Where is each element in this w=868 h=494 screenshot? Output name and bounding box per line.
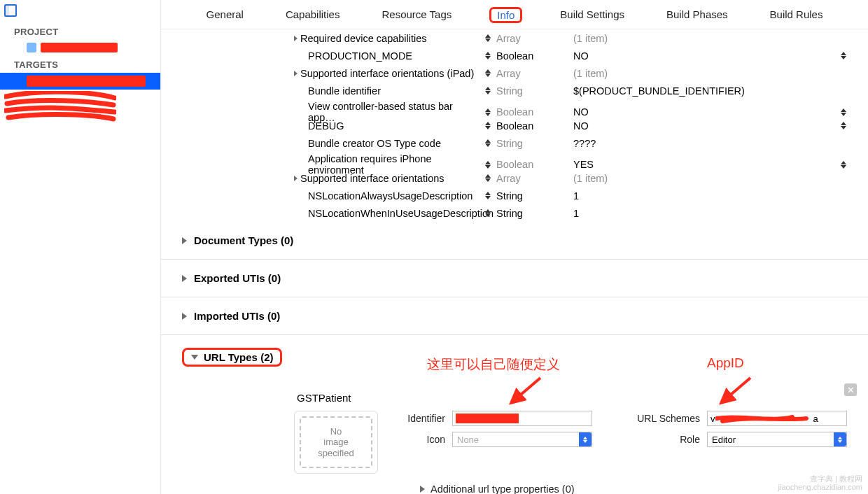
project-item[interactable] <box>0 40 160 55</box>
main-content: General Capabilities Resource Tags Info … <box>161 0 868 494</box>
plist-row[interactable]: Bundle creator OS Type codeString???? <box>161 134 868 152</box>
section-document-types[interactable]: Document Types (0) <box>161 222 868 260</box>
plist-type: String <box>496 208 573 219</box>
icon-select[interactable]: None <box>452 432 592 447</box>
arrow-icon <box>714 375 756 410</box>
plist-key-label: DEBUG <box>308 120 344 132</box>
plist-table: Required device capabilitiesArray(1 item… <box>161 29 868 222</box>
chevron-right-icon[interactable] <box>294 36 298 41</box>
stepper-icon[interactable] <box>833 122 854 129</box>
plist-type: Array <box>496 68 573 79</box>
chevron-right-icon[interactable] <box>294 176 298 181</box>
section-title: URL Types (2) <box>204 351 273 363</box>
tab-general[interactable]: General <box>202 7 248 23</box>
url-type-item: GSTPatient Noimagespecified Identifier I… <box>294 392 847 494</box>
plist-row[interactable]: View controller-based status bar app…Boo… <box>161 99 868 117</box>
content-scroll[interactable]: Required device capabilitiesArray(1 item… <box>161 29 868 494</box>
stepper-icon[interactable] <box>479 69 496 77</box>
plist-value[interactable]: 1 <box>573 190 833 202</box>
stepper-icon[interactable] <box>833 52 854 59</box>
plist-value[interactable]: $(PRODUCT_BUNDLE_IDENTIFIER) <box>573 85 833 97</box>
plist-row[interactable]: NSLocationWhenInUseUsageDescriptionStrin… <box>161 204 868 222</box>
tab-info[interactable]: Info <box>489 7 522 23</box>
plist-value[interactable]: NO <box>573 120 833 132</box>
plist-type: Boolean <box>496 50 573 62</box>
stepper-icon[interactable] <box>479 122 496 129</box>
tab-resource-tags[interactable]: Resource Tags <box>377 7 456 23</box>
icon-label: Icon <box>395 434 445 445</box>
chevron-right-icon[interactable] <box>294 71 298 76</box>
close-icon[interactable]: ✕ <box>844 383 857 396</box>
section-title: Imported UTIs (0) <box>194 310 280 322</box>
plist-value[interactable]: (1 item) <box>573 173 833 184</box>
plist-row[interactable]: NSLocationAlwaysUsageDescriptionString1 <box>161 187 868 204</box>
chevron-right-icon <box>182 237 187 244</box>
select-value: None <box>457 435 479 445</box>
stepper-icon[interactable] <box>479 174 496 182</box>
schemes-role-fields: URL Schemes v a Role Editor <box>630 411 847 447</box>
stepper-icon[interactable] <box>479 139 496 147</box>
plist-row[interactable]: DEBUGBooleanNO <box>161 117 868 134</box>
plist-row[interactable]: Application requires iPhone environmentB… <box>161 152 868 169</box>
additional-url-props[interactable]: Additional url type properties (0) <box>294 474 847 494</box>
stepper-icon[interactable] <box>479 209 496 217</box>
identifier-input[interactable] <box>452 411 592 426</box>
sidebar: PROJECT TARGETS <box>0 0 161 494</box>
tab-bar: General Capabilities Resource Tags Info … <box>161 0 868 29</box>
navigator-toggle-icon[interactable] <box>4 4 17 17</box>
stepper-icon[interactable] <box>479 108 496 116</box>
redaction-block <box>27 76 146 87</box>
url-types-body: 这里可以自己随便定义 AppID ✕ GSTPatient Noimagespe… <box>161 379 868 494</box>
text-fragment: a <box>813 414 818 424</box>
section-exported-utis[interactable]: Exported UTIs (0) <box>161 260 868 297</box>
tab-capabilities[interactable]: Capabilities <box>281 7 344 23</box>
plist-value[interactable]: YES <box>573 159 833 170</box>
plist-type: Array <box>496 173 573 184</box>
image-well-placeholder: Noimagespecified <box>300 416 372 468</box>
plist-row[interactable]: Supported interface orientationsArray(1 … <box>161 169 868 187</box>
chevron-right-icon <box>420 486 425 493</box>
target-item[interactable] <box>0 73 160 90</box>
plist-type: Array <box>496 33 573 44</box>
chevron-right-icon <box>182 275 187 282</box>
url-schemes-label: URL Schemes <box>630 413 700 424</box>
role-label: Role <box>630 434 700 445</box>
stepper-icon[interactable] <box>479 161 496 169</box>
plist-row[interactable]: Required device capabilitiesArray(1 item… <box>161 29 868 47</box>
icon-image-well[interactable]: Noimagespecified <box>294 411 378 474</box>
redaction-block <box>456 414 519 423</box>
stepper-icon[interactable] <box>479 87 496 94</box>
section-imported-utis[interactable]: Imported UTIs (0) <box>161 297 868 335</box>
tab-build-settings[interactable]: Build Settings <box>556 7 629 23</box>
plist-row[interactable]: Supported interface orientations (iPad)A… <box>161 64 868 82</box>
redaction-scribble <box>4 91 116 122</box>
plist-row[interactable]: PRODUCTION_MODEBooleanNO <box>161 47 868 64</box>
stepper-icon[interactable] <box>479 34 496 42</box>
plist-value[interactable]: NO <box>573 106 833 118</box>
tab-build-phases[interactable]: Build Phases <box>662 7 732 23</box>
role-select[interactable]: Editor <box>707 432 847 447</box>
select-value: Editor <box>712 435 736 445</box>
plist-type: String <box>496 138 573 149</box>
plist-row[interactable]: Bundle identifierString$(PRODUCT_BUNDLE_… <box>161 82 868 99</box>
plist-type: String <box>496 190 573 202</box>
stepper-icon[interactable] <box>479 52 496 59</box>
plist-value[interactable]: NO <box>573 50 833 62</box>
plist-key-label: Supported interface orientations (iPad) <box>300 68 474 79</box>
url-type-name: GSTPatient <box>294 392 847 404</box>
stepper-icon[interactable] <box>479 192 496 199</box>
url-schemes-input[interactable]: v a <box>707 411 847 426</box>
tab-build-rules[interactable]: Build Rules <box>766 7 827 23</box>
stepper-icon[interactable] <box>833 108 854 116</box>
identifier-icon-fields: Identifier Icon None <box>395 411 592 447</box>
plist-value[interactable]: 1 <box>573 208 833 219</box>
plist-value[interactable]: ???? <box>573 138 833 149</box>
annotation-appid: AppID <box>707 355 744 371</box>
chevron-right-icon <box>182 313 187 320</box>
plist-key-label: Bundle creator OS Type code <box>308 138 441 149</box>
stepper-icon[interactable] <box>833 161 854 169</box>
plist-value[interactable]: (1 item) <box>573 33 833 44</box>
chevron-down-icon <box>191 355 198 360</box>
additional-props-label: Additional url type properties (0) <box>430 484 575 494</box>
plist-value[interactable]: (1 item) <box>573 68 833 79</box>
